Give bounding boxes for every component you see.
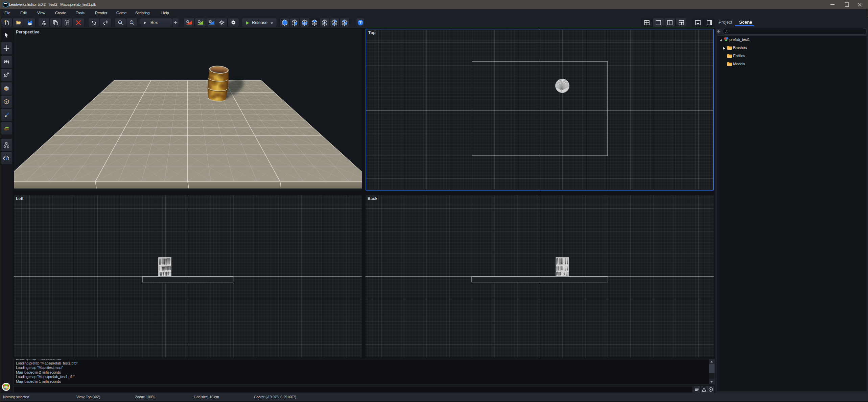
svg-text:?: ? [359,20,361,25]
